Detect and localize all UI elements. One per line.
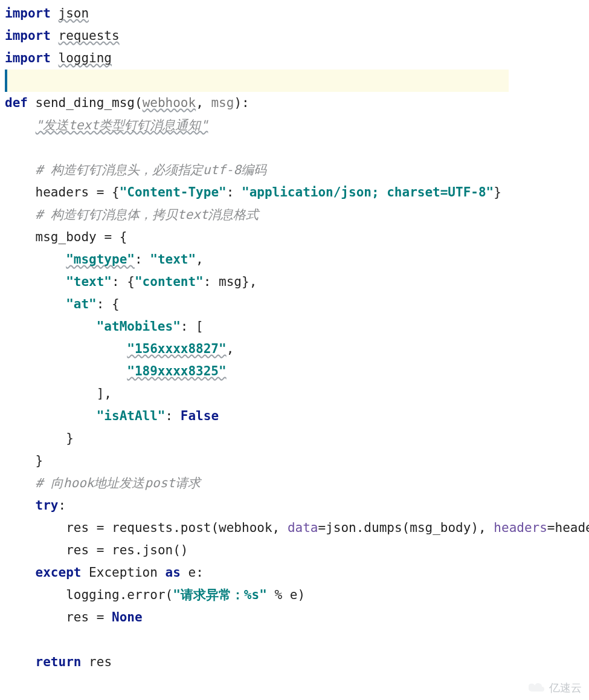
line: except Exception as e: xyxy=(5,565,204,580)
line: # 构造钉钉消息体，拷贝text消息格式 xyxy=(5,207,259,222)
line: "atMobiles": [ xyxy=(5,319,204,334)
line: def send_ding_msg(webhook, msg): xyxy=(5,96,249,110)
line: import logging xyxy=(5,51,112,65)
comment: # 向hook地址发送post请求 xyxy=(36,476,201,490)
line: "156xxxx8827", xyxy=(5,342,234,356)
comment: # 构造钉钉消息头，必须指定utf-8编码 xyxy=(36,163,267,177)
line: "text": {"content": msg}, xyxy=(5,274,257,289)
line: msg_body = { xyxy=(5,230,127,244)
line: headers = {"Content-Type": "application/… xyxy=(5,185,501,199)
line: # 构造钉钉消息头，必须指定utf-8编码 xyxy=(5,163,266,177)
line: return res xyxy=(5,655,112,669)
line: res = res.json() xyxy=(5,543,188,557)
function-name: send_ding_msg xyxy=(36,96,135,110)
docstring: "发送text类型钉钉消息通知" xyxy=(36,118,208,132)
line: } xyxy=(5,453,43,468)
keyword-none: None xyxy=(112,610,143,624)
keyword-false: False xyxy=(181,409,219,423)
highlighted-blank-line xyxy=(5,70,509,92)
line: "at": { xyxy=(5,297,120,311)
keyword-try: try xyxy=(36,498,59,513)
line: try: xyxy=(5,498,66,513)
line: } xyxy=(5,431,74,446)
line: res = None xyxy=(5,610,143,624)
line: "189xxxx8325" xyxy=(5,364,227,378)
keyword-return: return xyxy=(36,655,82,669)
line: logging.error("请求异常：%s" % e) xyxy=(5,588,305,602)
keyword-import: import xyxy=(5,6,51,21)
keyword-as: as xyxy=(166,565,181,580)
line: import requests xyxy=(5,28,120,43)
code-block: import json import requests import loggi… xyxy=(0,0,589,676)
line: res = requests.post(webhook, data=json.d… xyxy=(5,520,589,535)
line: # 向hook地址发送post请求 xyxy=(5,476,201,490)
line: import json xyxy=(5,6,89,21)
keyword-except: except xyxy=(36,565,82,580)
line: "msgtype": "text", xyxy=(5,252,204,267)
line: ], xyxy=(5,386,112,401)
comment: # 构造钉钉消息体，拷贝text消息格式 xyxy=(36,207,259,222)
keyword-def: def xyxy=(5,96,28,110)
line: "isAtAll": False xyxy=(5,409,219,423)
line: "发送text类型钉钉消息通知" xyxy=(5,118,208,132)
